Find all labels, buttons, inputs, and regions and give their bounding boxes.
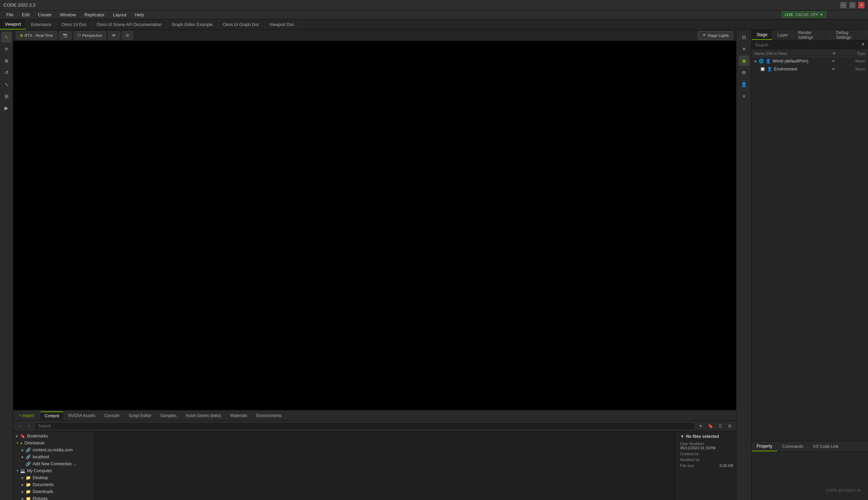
tool-scale[interactable]: ⤡ (1, 79, 12, 90)
tab-materials[interactable]: Materials (226, 412, 251, 419)
animation-icon[interactable]: 👤 (739, 79, 749, 90)
tool-transform[interactable]: ⊕ (1, 56, 12, 66)
grid-view-icon[interactable]: ⊞ (726, 422, 734, 430)
titlebar: CODE 2022.3.3 ─ □ ✕ (0, 0, 868, 10)
import-button[interactable]: + Import (16, 412, 37, 419)
perspective-button[interactable]: ⬡ Perspective (74, 31, 106, 40)
menu-create[interactable]: Create (34, 11, 55, 18)
server-icon: 🔗 (26, 448, 31, 452)
menu-window[interactable]: Window (56, 11, 79, 18)
tree-item-desktop[interactable]: ▶ 📁 Desktop (19, 474, 93, 481)
right-inner: ⊟ ✕ ◉ ⚙ 👤 ≡ Stage Layer Render Settings … (736, 30, 868, 500)
tree-item-add-connection[interactable]: 🔗 Add New Connection ... (19, 460, 93, 467)
stage-row-environment[interactable]: 🔲 👤 Environment 👁 Xform (752, 65, 868, 73)
tab-commands[interactable]: Commands (777, 441, 808, 451)
expand-icon: ▼ (16, 441, 20, 445)
bookmark-folder-icon: 🔖 (20, 434, 25, 439)
menu-layout[interactable]: Layout (109, 11, 130, 18)
tab-environments[interactable]: Environments (252, 412, 286, 419)
filter-panel-icon[interactable]: ≡ (739, 91, 749, 101)
tree-label-bookmarks: Bookmarks (27, 434, 48, 439)
stage-filter-button[interactable]: ▼ (861, 42, 865, 47)
close-panel-icon[interactable]: ✕ (739, 44, 749, 54)
filter-icon[interactable]: ▼ (696, 422, 705, 430)
radio-button[interactable]: ◎ (122, 31, 133, 40)
file-tree: ▶ 🔖 Bookmarks ▼ ● Omniverse ▶ 🔗 content.… (13, 431, 93, 500)
nav-back-button[interactable]: ‹ (15, 422, 24, 430)
objects-icon[interactable]: ◉ (739, 56, 749, 66)
tab-layer[interactable]: Layer (773, 30, 793, 40)
tool-play[interactable]: ▶ (1, 103, 12, 113)
layers-icon[interactable]: ⊟ (739, 32, 749, 42)
file-size-value: 0.00 KB (720, 464, 733, 468)
folder-icon-documents: 📁 (26, 482, 31, 487)
tab-property[interactable]: Property (752, 441, 777, 451)
left-toolbar: ↖ ✛ ⊕ ↺ ⤡ ⊞ ▶ (0, 30, 13, 500)
right-toolbar: ⊟ ✕ ◉ ⚙ 👤 ≡ (736, 30, 752, 500)
tree-item-content-ov[interactable]: ▶ 🔗 content.ov.nvidia.com (19, 447, 93, 453)
content-search-input[interactable] (35, 422, 695, 430)
tree-item-my-computer[interactable]: ▼ 💻 My Computer (13, 467, 93, 474)
expand-world-icon: ▶ (754, 59, 757, 63)
expand-button[interactable]: ≫ (108, 31, 120, 40)
tree-item-documents[interactable]: ▶ 📁 Documents (19, 481, 93, 488)
tool-snap[interactable]: ⊞ (1, 91, 12, 101)
tab-omni-graph-doc[interactable]: Omni.UI Graph Doc (218, 19, 265, 30)
tree-item-bookmarks[interactable]: ▶ 🔖 Bookmarks (13, 433, 93, 440)
stage-search-container: ▼ (752, 40, 868, 50)
file-details-panel: ▼ No files selected Date Modified 05/11/… (677, 431, 736, 500)
list-view-icon[interactable]: ☰ (716, 422, 724, 430)
camera-button[interactable]: 📷 (59, 31, 72, 40)
tab-graph-editor[interactable]: Graph Editor Example (167, 19, 218, 30)
tab-viewport[interactable]: Viewport (0, 19, 26, 30)
minimize-button[interactable]: ─ (840, 2, 846, 8)
stage-lights-button[interactable]: ☀ Stage Lights (698, 31, 733, 40)
tab-viewport-doc[interactable]: Viewport Doc (265, 19, 299, 30)
tree-item-localhost[interactable]: ▶ 🔗 localhost (19, 453, 93, 460)
perspective-label: Perspective (82, 33, 102, 38)
tree-item-downloads[interactable]: ▶ 📁 Downloads (19, 488, 93, 495)
tab-stage[interactable]: Stage (752, 30, 773, 40)
viewport-canvas[interactable] (13, 41, 736, 410)
watermark-text: CSDN @扫地的小弥 (826, 488, 861, 492)
bottom-content-area: ▶ 🔖 Bookmarks ▼ ● Omniverse ▶ 🔗 content.… (13, 431, 736, 500)
close-button[interactable]: ✕ (858, 2, 865, 8)
menu-help[interactable]: Help (131, 11, 148, 18)
live-badge[interactable]: LIVE CACHE: OFF ▼ (782, 11, 826, 18)
tab-content[interactable]: Content (40, 411, 63, 420)
tab-nvidia-assets[interactable]: NVIDIA Assets (64, 412, 99, 419)
tree-item-omniverse[interactable]: ▼ ● Omniverse (13, 440, 93, 447)
world-visibility-icon[interactable]: 👁 (832, 59, 835, 63)
menu-edit[interactable]: Edit (18, 11, 33, 18)
tab-omni-scene-api[interactable]: Omni.UI Scene API Documentation (92, 19, 167, 30)
tree-item-pictures[interactable]: ▶ 📁 Pictures (19, 495, 93, 500)
menu-replicator[interactable]: Replicator (81, 11, 108, 18)
rtx-realtime-button[interactable]: ◉ RTX - Real-Time (16, 31, 57, 40)
bookmark-icon[interactable]: 🔖 (706, 422, 715, 430)
tab-samples[interactable]: Samples (156, 412, 181, 419)
env-visibility-icon[interactable]: 👁 (832, 67, 835, 71)
gear-icon[interactable]: ⚙ (739, 67, 749, 78)
tab-render-settings[interactable]: Render Settings (793, 30, 831, 40)
tab-console[interactable]: Console (100, 412, 124, 419)
tab-vs-code-link[interactable]: VS Code Link (808, 441, 843, 451)
tab-debug-settings[interactable]: Debug Settings (831, 30, 868, 40)
tool-move[interactable]: ✛ (1, 44, 12, 54)
tab-extensions[interactable]: Extensions (26, 19, 57, 30)
maximize-button[interactable]: □ (849, 2, 856, 8)
tool-select[interactable]: ↖ (1, 32, 12, 42)
tab-script-editor[interactable]: Script Editor (124, 412, 155, 419)
menu-file[interactable]: File (3, 11, 17, 18)
computer-icon: 💻 (20, 468, 25, 473)
world-type: Xform (837, 59, 865, 63)
tool-rotate[interactable]: ↺ (1, 67, 12, 78)
stage-search-input[interactable] (752, 40, 868, 50)
file-area (95, 431, 677, 500)
window-controls: ─ □ ✕ (840, 2, 865, 8)
omniverse-icon: ● (20, 441, 23, 445)
tab-asset-stores[interactable]: Asset Stores (beta) (182, 412, 226, 419)
tab-omnui-doc[interactable]: Omni::UI Doc (57, 19, 92, 30)
nav-forward-button[interactable]: › (25, 422, 33, 430)
bottom-tabbar: + Import Content NVIDIA Assets Console S… (13, 410, 736, 421)
stage-row-world[interactable]: ▶ 🌐 👤 World (defaultPrim) 👁 Xform (752, 57, 868, 65)
